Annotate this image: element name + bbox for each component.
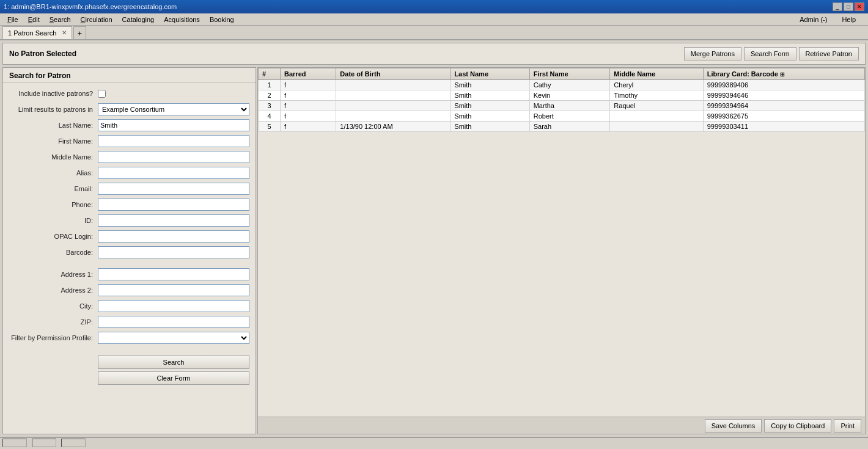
input-phone[interactable] [98,199,249,211]
col-header-barcode[interactable]: Library Card: Barcode ⊞ [703,68,864,80]
tab-bar: 1 Patron Search ✕ + [0,26,868,40]
tab-close-icon[interactable]: ✕ [62,29,67,36]
input-firstname[interactable] [98,135,249,147]
select-permission[interactable]: Staff Administrator [98,332,249,344]
cell-firstname: Martha [529,101,610,111]
label-phone: Phone: [9,201,98,208]
label-opac: OPAC Login: [9,233,98,240]
label-address2: Address 2: [9,287,98,294]
col-header-barred[interactable]: Barred [281,68,336,80]
cell-lastname: Smith [451,122,529,132]
input-address1[interactable] [98,268,249,280]
checkbox-inactive[interactable] [98,90,106,98]
menu-right: Admin (-) Help [795,15,866,24]
table-row[interactable]: 1 f Smith Cathy Cheryl 99999389406 [259,80,865,90]
input-opac[interactable] [98,230,249,243]
form-row-barcode: Barcode: [9,246,249,259]
results-table: # Barred Date of Birth Last Name First N… [258,68,865,132]
input-barcode[interactable] [98,246,249,258]
form-row-opac: OPAC Login: [9,230,249,243]
save-columns-button[interactable]: Save Columns [705,419,762,433]
table-row[interactable]: 4 f Smith Robert 99999362675 [259,111,865,122]
input-alias[interactable] [98,167,249,179]
menu-cataloging[interactable]: Cataloging [117,15,160,24]
cell-lastname: Smith [451,90,529,101]
label-id: ID: [9,217,98,224]
table-row[interactable]: 2 f Smith Kevin Timothy 99999394646 [259,90,865,101]
input-email[interactable] [98,183,249,195]
input-zip[interactable] [98,316,249,328]
cell-barcode: 99999394964 [703,101,864,111]
label-alias: Alias: [9,169,98,177]
menu-admin[interactable]: Admin (-) [795,15,832,24]
search-panel: Search for Patron Include inactive patro… [2,67,256,434]
maximize-button[interactable]: □ [844,2,853,11]
cell-firstname: Robert [529,111,610,122]
menu-file[interactable]: File [2,15,23,24]
cell-dob [336,111,451,122]
menu-edit[interactable]: Edit [23,15,45,24]
cell-lastname: Smith [451,111,529,122]
menu-acquisitions[interactable]: Acquisitions [159,15,205,24]
col-header-num[interactable]: # [259,68,281,80]
close-button[interactable]: ✕ [855,2,864,11]
form-row-lastname: Last Name: [9,119,249,132]
results-table-container: # Barred Date of Birth Last Name First N… [258,68,865,417]
cell-firstname: Kevin [529,90,610,101]
cell-barcode: 99999362675 [703,111,864,122]
copy-to-clipboard-button[interactable]: Copy to Clipboard [764,419,831,433]
print-button[interactable]: Print [834,419,861,433]
label-firstname: First Name: [9,137,98,145]
col-header-middlename[interactable]: Middle Name [610,68,703,80]
input-middlename[interactable] [98,151,249,163]
title-bar: 1: admin@BR1-winxpvmfx.phasefx.evergreen… [0,0,868,13]
cell-num: 4 [259,111,281,122]
menu-search[interactable]: Search [45,15,76,24]
form-row-city: City: [9,299,249,313]
menu-help[interactable]: Help [837,15,861,24]
form-row-middlename: Middle Name: [9,150,249,164]
col-header-firstname[interactable]: First Name [529,68,610,80]
menu-booking[interactable]: Booking [205,15,239,24]
form-button-row: Search Clear Form [3,351,256,390]
select-limit[interactable]: Example Consortium Branch 1 Branch 2 [98,103,249,115]
label-permission: Filter by Permission Profile: [9,334,98,341]
minimize-button[interactable]: _ [833,2,842,11]
cell-middlename: Timothy [610,90,703,101]
retrieve-patron-button[interactable]: Retrieve Patron [799,47,859,60]
menu-circulation[interactable]: Circulation [76,15,117,24]
clear-form-button[interactable]: Clear Form [98,371,249,385]
search-form-button[interactable]: Search Form [744,47,796,60]
cell-barcode: 99999389406 [703,80,864,90]
tab-patron-search[interactable]: 1 Patron Search ✕ [2,26,72,39]
label-email: Email: [9,185,98,192]
results-panel: # Barred Date of Birth Last Name First N… [257,67,866,434]
table-row[interactable]: 5 f 1/13/90 12:00 AM Smith Sarah 9999930… [259,122,865,132]
form-row-id: ID: [9,214,249,227]
col-header-dob[interactable]: Date of Birth [336,68,451,80]
cell-barcode: 99999303411 [703,122,864,132]
input-city[interactable] [98,300,249,312]
results-tbody: 1 f Smith Cathy Cheryl 99999389406 2 f S… [259,80,865,132]
tab-add-button[interactable]: + [73,26,87,39]
search-button[interactable]: Search [98,356,249,369]
cell-firstname: Sarah [529,122,610,132]
merge-patrons-button[interactable]: Merge Patrons [684,47,741,60]
status-panel-1 [2,439,27,447]
cell-middlename: Raquel [610,101,703,111]
form-row-limit: Limit results to patrons in Example Cons… [9,103,249,116]
table-row[interactable]: 3 f Smith Martha Raquel 99999394964 [259,101,865,111]
top-buttons: Merge Patrons Search Form Retrieve Patro… [684,47,859,60]
label-inactive: Include inactive patrons? [9,90,98,97]
label-middlename: Middle Name: [9,153,98,161]
input-id[interactable] [98,214,249,227]
input-address2[interactable] [98,284,249,296]
status-bar [0,437,868,448]
cell-dob [336,101,451,111]
cell-lastname: Smith [451,101,529,111]
form-row-address1: Address 1: [9,268,249,281]
label-lastname: Last Name: [9,122,98,129]
col-header-lastname[interactable]: Last Name [451,68,529,80]
cell-barred: f [281,80,336,90]
input-lastname[interactable] [98,119,249,131]
